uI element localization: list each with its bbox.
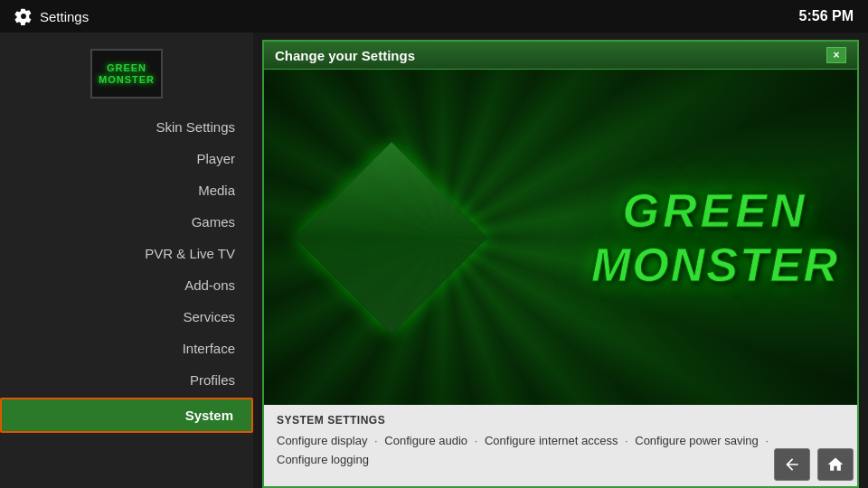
top-bar-left: Settings: [14, 7, 89, 25]
sidebar-item-add-ons[interactable]: Add-ons: [0, 269, 253, 301]
sidebar-item-player[interactable]: Player: [0, 143, 253, 174]
top-bar: Settings 5:56 PM: [0, 0, 868, 33]
back-button[interactable]: [774, 448, 810, 481]
green-monster-logo: GREEN MONSTER: [591, 183, 839, 292]
main-content: Change your Settings × GREEN MONSTER SYS…: [253, 33, 868, 488]
sidebar-item-services[interactable]: Services: [0, 301, 253, 333]
home-icon: [826, 455, 844, 474]
sidebar-item-media[interactable]: Media: [0, 174, 253, 206]
configure-internet-access-link[interactable]: Configure internet access: [485, 434, 618, 447]
settings-title: Settings: [40, 9, 89, 24]
sidebar: GREEN MONSTER Skin Settings Player Media…: [0, 33, 253, 488]
hero-area: GREEN MONSTER: [264, 70, 857, 405]
sidebar-logo: GREEN MONSTER: [0, 40, 253, 111]
back-icon: [783, 455, 801, 474]
sep3: ·: [625, 434, 631, 447]
settings-dialog: Change your Settings × GREEN MONSTER SYS…: [262, 40, 859, 488]
configure-display-link[interactable]: Configure display: [277, 434, 367, 447]
clock: 5:56 PM: [799, 8, 854, 24]
sidebar-item-pvr-live-tv[interactable]: PVR & Live TV: [0, 238, 253, 269]
settings-links: Configure display · Configure audio · Co…: [277, 432, 844, 470]
configure-audio-link[interactable]: Configure audio: [384, 434, 467, 447]
configure-logging-link[interactable]: Configure logging: [277, 453, 369, 466]
system-settings-title: SYSTEM SETTINGS: [277, 414, 844, 427]
configure-power-saving-link[interactable]: Configure power saving: [635, 434, 759, 447]
sep2: ·: [475, 434, 481, 447]
sidebar-item-system[interactable]: System: [0, 398, 253, 433]
gear-icon: [14, 7, 33, 25]
logo-text: GREEN MONSTER: [99, 62, 155, 84]
sidebar-item-profiles[interactable]: Profiles: [0, 364, 253, 396]
diamond-shape: [296, 141, 487, 333]
sidebar-item-skin-settings[interactable]: Skin Settings: [0, 111, 253, 143]
sep4: ·: [765, 434, 769, 447]
bottom-nav: [774, 448, 854, 481]
sidebar-item-interface[interactable]: Interface: [0, 333, 253, 364]
info-section: SYSTEM SETTINGS Configure display · Conf…: [264, 405, 857, 486]
dialog-title: Change your Settings: [275, 48, 415, 63]
dialog-close-button[interactable]: ×: [826, 47, 846, 63]
sep1: ·: [374, 434, 381, 447]
home-button[interactable]: [817, 448, 854, 481]
dialog-title-bar: Change your Settings ×: [264, 42, 857, 70]
sidebar-item-games[interactable]: Games: [0, 206, 253, 238]
logo-box: GREEN MONSTER: [90, 49, 163, 99]
